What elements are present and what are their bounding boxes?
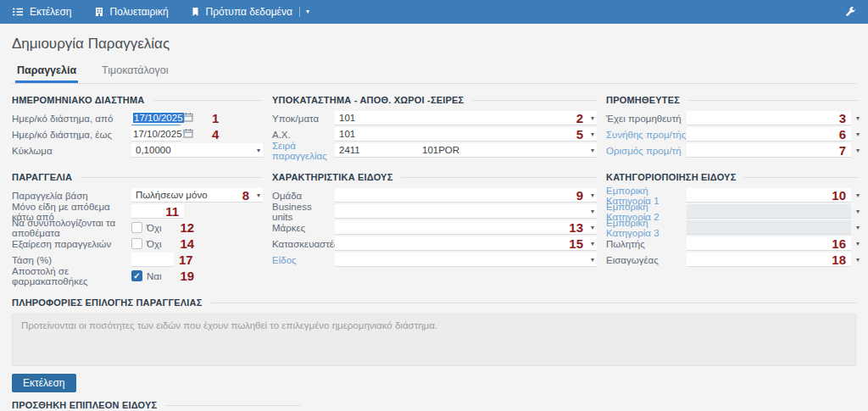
salesperson-select[interactable]: 16 xyxy=(687,236,851,251)
manufacturers-select[interactable]: 15 ▾ xyxy=(335,236,597,251)
tab-pricelists[interactable]: Τιμοκατάλογοι xyxy=(100,61,170,83)
chevron-down-icon[interactable]: ▾ xyxy=(856,192,860,199)
section-title: ΚΑΤΗΓΟΡΙΟΠΟΙΗΣΗ ΕΙΔΟΥΣ xyxy=(606,172,860,182)
info-text-box: Προτείνονται οι ποσότητες των ειδών που … xyxy=(12,314,856,366)
chevron-down-icon[interactable]: ▾ xyxy=(856,208,860,215)
cat1-select[interactable]: 10 xyxy=(687,188,851,203)
field-row-stock-below: Μόνο είδη με απόθεμα κάτω από 11 xyxy=(12,204,263,219)
chevron-down-icon[interactable]: ▾ xyxy=(591,147,594,154)
include-stock-checkbox[interactable] xyxy=(131,222,142,233)
exclude-orders-checkbox[interactable] xyxy=(131,238,142,249)
calendar-icon[interactable] xyxy=(183,112,193,125)
field-row-cat2: Εμπορική Κατηγορία 2 ▾ xyxy=(606,204,860,219)
section-item-categorization: ΚΑΤΗΓΟΡΙΟΠΟΙΗΣΗ ΕΙΔΟΥΣ Εμπορική Κατηγορί… xyxy=(606,172,860,285)
chevron-down-icon[interactable]: ▾ xyxy=(591,224,594,231)
field-label: Εισαγωγέας xyxy=(606,255,687,265)
chevron-down-icon[interactable]: ▾ xyxy=(856,224,860,231)
page-title: Δημιουργία Παραγγελίας xyxy=(12,35,856,53)
chevron-down-icon[interactable]: ▾ xyxy=(591,131,594,138)
field-row-pharma: Αποστολή σε φαρμακαποθήκες Ναι 19 xyxy=(12,269,263,283)
bookmark-icon xyxy=(191,7,200,17)
field-value: Πωλήσεων μόνο xyxy=(136,190,208,200)
field-row-cat3: Εμπορική Κατηγορία 3 ▾ xyxy=(606,220,860,235)
chevron-down-icon[interactable]: ▾ xyxy=(856,114,860,122)
calendar-icon[interactable] xyxy=(183,128,193,141)
order-basis-select[interactable]: Πωλήσεων μόνο 8 ▾ xyxy=(131,188,263,203)
field-label-link[interactable]: Ορισμός προμ/τή xyxy=(606,146,687,156)
checkbox-state-label: Όχι xyxy=(147,223,162,233)
annotation: 16 xyxy=(832,236,846,251)
item-select[interactable]: ▾ xyxy=(335,253,597,267)
building-icon xyxy=(94,7,104,17)
section-date-range: ΗΜΕΡΟΜΗΝΙΑΚΟ ΔΙΑΣΤΗΜΑ Ημερ/κό διάστημα, … xyxy=(12,95,263,159)
order-series-select[interactable]: 2411 101POR ▾ xyxy=(335,143,597,158)
supplier-define-select[interactable]: 7 xyxy=(687,143,851,158)
field-label-link[interactable]: Σειρά παραγγελίας xyxy=(272,141,335,161)
annotation: 1 xyxy=(212,111,219,125)
annotation: 5 xyxy=(576,127,583,142)
field-label-link[interactable]: Εμπορική Κατηγορία 3 xyxy=(606,218,687,238)
group-select[interactable]: 9 ▾ xyxy=(335,188,597,203)
chevron-down-icon[interactable]: ▾ xyxy=(299,7,311,17)
importer-select[interactable]: 18 xyxy=(687,253,851,267)
section-title: ΥΠΟΚΑΤΑΣΤΗΜΑ - ΑΠΟΘ. ΧΩΡΟΙ -ΣΕΙΡΕΣ xyxy=(272,95,597,105)
date-to-input[interactable]: 17/10/2025 xyxy=(131,127,181,142)
field-label: Να συνυπολογίζονται τα αποθέματα xyxy=(12,218,131,238)
annotation: 14 xyxy=(181,236,195,251)
execute-button[interactable]: Εκτέλεση xyxy=(12,374,76,392)
chevron-down-icon[interactable]: ▾ xyxy=(856,147,860,154)
field-row-salesperson: Πωλητής 16 ▾ xyxy=(606,236,860,251)
annotation: 11 xyxy=(165,204,179,219)
warehouses-select[interactable]: 101 5 ▾ xyxy=(335,127,597,142)
field-row-order-series: Σειρά παραγγελίας 2411 101POR ▾ xyxy=(272,143,597,158)
chevron-down-icon[interactable]: ▾ xyxy=(257,147,260,154)
field-label: Κύκλωμα xyxy=(12,146,131,156)
toolbar: Εκτέλεση Πολυεταιρική Πρότυπα δεδομένα ▾ xyxy=(0,0,868,24)
field-label: Ημερ/κό διάστημα, από xyxy=(12,114,131,124)
toolbar-execute-button[interactable]: Εκτέλεση xyxy=(12,6,72,18)
field-label: Ομάδα xyxy=(272,191,335,201)
chevron-down-icon[interactable]: ▾ xyxy=(856,256,860,264)
field-row-manufacturers: Κατασκευαστές 15 ▾ xyxy=(272,236,597,251)
cat2-select xyxy=(687,204,851,219)
section-item-attributes: ΧΑΡΑΚΤΗΡΙΣΤΙΚΑ ΕΙΔΟΥΣ Ομάδα 9 ▾ Business… xyxy=(272,172,597,285)
has-supplier-select[interactable]: 3 xyxy=(687,111,851,125)
toolbar-multicompany-button[interactable]: Πολυεταιρική xyxy=(94,6,169,18)
field-row-usual-supplier: Συνήθης προμ/τής 6 ▾ xyxy=(606,127,860,142)
annotation: 9 xyxy=(576,188,583,203)
field-label: Κατασκευαστές xyxy=(272,239,335,249)
business-units-select[interactable]: ▾ xyxy=(335,204,597,219)
chevron-down-icon[interactable]: ▾ xyxy=(591,114,594,122)
field-value-secondary: 101POR xyxy=(422,145,459,155)
wrench-icon[interactable] xyxy=(845,7,856,18)
field-value: 17/10/2025 xyxy=(133,113,184,123)
date-from-input[interactable]: 17/10/2025 xyxy=(131,111,181,125)
field-row-group: Ομάδα 9 ▾ xyxy=(272,188,597,203)
toolbar-execute-label: Εκτέλεση xyxy=(30,6,72,18)
field-value: 101 xyxy=(339,129,355,139)
usual-supplier-select[interactable]: 6 xyxy=(687,127,851,142)
field-label-link[interactable]: Συνήθης προμ/τής xyxy=(606,130,687,140)
chevron-down-icon[interactable]: ▾ xyxy=(591,192,594,199)
circuit-select[interactable]: 0,10000 ▾ xyxy=(131,143,263,158)
trend-input[interactable] xyxy=(131,253,174,267)
chevron-down-icon[interactable]: ▾ xyxy=(591,208,594,215)
chevron-down-icon[interactable]: ▾ xyxy=(856,131,860,138)
chevron-down-icon[interactable]: ▾ xyxy=(257,192,260,199)
field-label-link[interactable]: Είδος xyxy=(272,255,335,265)
chevron-down-icon[interactable]: ▾ xyxy=(591,240,594,247)
stock-below-input[interactable]: 11 xyxy=(131,204,184,219)
field-row-has-supplier: Έχει προμηθευτή 3 ▾ xyxy=(606,111,860,125)
branches-select[interactable]: 101 2 ▾ xyxy=(335,111,597,125)
field-label: Μάρκες xyxy=(272,223,335,233)
tab-order[interactable]: Παραγγελία xyxy=(15,61,78,83)
brands-select[interactable]: 13 ▾ xyxy=(335,220,597,235)
chevron-down-icon[interactable]: ▾ xyxy=(591,256,594,264)
field-row-business-units: Business units ▾ xyxy=(272,204,597,219)
field-label: Πωλητής xyxy=(606,239,687,249)
chevron-down-icon[interactable]: ▾ xyxy=(856,240,860,247)
pharma-checkbox[interactable] xyxy=(131,270,142,281)
field-label: Business units xyxy=(272,202,335,222)
toolbar-templates-button[interactable]: Πρότυπα δεδομένα ▾ xyxy=(191,6,311,18)
field-row-branches: Υποκ/ματα 101 2 ▾ xyxy=(272,111,597,125)
